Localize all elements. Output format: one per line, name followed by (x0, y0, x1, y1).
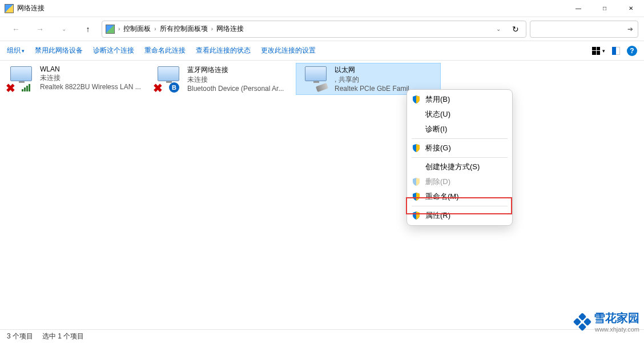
ctx-disable[interactable]: 禁用(B) (407, 92, 512, 107)
separator (412, 206, 508, 206)
snowflake-icon (574, 314, 590, 330)
window-title: 网络连接 (17, 3, 565, 13)
nav-bar: ← → ⌄ ↑ › 控制面板 › 所有控制面板项 › 网络连接 ⌄ ↻ ➔ (0, 17, 644, 41)
watermark-url: www.xhjaty.com (594, 326, 639, 333)
change-settings-button[interactable]: 更改此连接的设置 (261, 46, 316, 55)
ctx-bridge[interactable]: 桥接(G) (407, 141, 512, 155)
rename-button[interactable]: 重命名此连接 (144, 46, 186, 55)
recent-chevron-icon[interactable]: ⌄ (54, 21, 74, 38)
connection-status: , 共享的 (335, 75, 436, 85)
connection-item-bluetooth[interactable]: B ✖ 蓝牙网络连接 未连接 Bluetooth Device (Persona… (148, 63, 293, 95)
ctx-label: 删除(D) (425, 177, 450, 187)
watermark: 雪花家园 www.xhjaty.com (574, 310, 639, 333)
refresh-button[interactable]: ↻ (509, 25, 522, 34)
chevron-right-icon: › (154, 26, 156, 32)
chevron-down-icon: ▾ (602, 48, 605, 54)
ctx-properties[interactable]: 属性(R) (407, 208, 512, 223)
back-button[interactable]: ← (6, 21, 26, 38)
close-button[interactable]: ✕ (618, 0, 644, 17)
forward-button[interactable]: → (30, 21, 50, 38)
connection-status: 未连接 (40, 73, 142, 83)
ctx-label: 诊断(I) (425, 124, 447, 134)
content-area: ✖ WLAN 未连接 Realtek 8822BU Wireless LAN .… (0, 61, 644, 97)
organize-button[interactable]: 组织▾ (7, 46, 25, 55)
chevron-right-icon: › (211, 26, 213, 32)
search-icon: ➔ (627, 25, 633, 33)
breadcrumb-icon (106, 25, 115, 34)
help-button[interactable]: ? (627, 46, 637, 56)
window-controls: — □ ✕ (565, 0, 644, 17)
preview-pane-button[interactable] (612, 47, 620, 55)
separator (412, 138, 508, 139)
x-mark-icon: ✖ (5, 82, 16, 94)
ethernet-adapter-icon (300, 65, 330, 93)
view-status-button[interactable]: 查看此连接的状态 (196, 46, 251, 55)
connection-status: 未连接 (187, 75, 289, 85)
chevron-right-icon: › (118, 26, 120, 32)
chevron-down-icon[interactable]: ⌄ (494, 26, 503, 32)
breadcrumb-item-0[interactable]: 控制面板 (123, 24, 151, 34)
breadcrumb-item-2[interactable]: 网络连接 (216, 24, 244, 34)
breadcrumb-item-1[interactable]: 所有控制面板项 (160, 24, 208, 34)
up-button[interactable]: ↑ (78, 21, 98, 38)
ctx-delete: 删除(D) (407, 174, 512, 189)
search-input[interactable]: ➔ (530, 21, 638, 38)
titlebar: 网络连接 — □ ✕ (0, 0, 644, 17)
toolbar: 组织▾ 禁用此网络设备 诊断这个连接 重命名此连接 查看此连接的状态 更改此连接… (0, 41, 644, 61)
ctx-rename[interactable]: 重命名(M) (407, 189, 512, 204)
maximize-button[interactable]: □ (591, 0, 618, 17)
ctx-diagnose[interactable]: 诊断(I) (407, 122, 512, 137)
ctx-label: 属性(R) (425, 210, 450, 221)
status-count: 3 个项目 (7, 332, 33, 341)
separator (412, 157, 508, 158)
connection-device: Bluetooth Device (Personal Ar... (187, 85, 289, 93)
wifi-adapter-icon: ✖ (6, 65, 35, 93)
ctx-label: 创建快捷方式(S) (425, 162, 480, 172)
ctx-label: 状态(U) (425, 109, 450, 119)
connection-item-wlan[interactable]: ✖ WLAN 未连接 Realtek 8822BU Wireless LAN .… (1, 63, 146, 95)
minimize-button[interactable]: — (565, 0, 591, 17)
connection-name: 以太网 (335, 65, 436, 75)
connection-device: Realtek 8822BU Wireless LAN ... (40, 83, 142, 91)
disable-device-button[interactable]: 禁用此网络设备 (35, 46, 83, 55)
status-bar: 3 个项目 选中 1 个项目 (0, 329, 644, 343)
ctx-label: 桥接(G) (425, 143, 451, 153)
ctx-label: 重命名(M) (425, 192, 459, 202)
x-mark-icon: ✖ (152, 82, 163, 94)
bluetooth-adapter-icon: B ✖ (153, 65, 183, 93)
breadcrumb[interactable]: › 控制面板 › 所有控制面板项 › 网络连接 ⌄ ↻ (102, 21, 526, 38)
ctx-shortcut[interactable]: 创建快捷方式(S) (407, 159, 512, 174)
connection-name: 蓝牙网络连接 (187, 65, 289, 75)
bluetooth-icon: B (169, 82, 179, 93)
diagnose-button[interactable]: 诊断这个连接 (93, 46, 134, 55)
status-selected: 选中 1 个项目 (42, 332, 84, 341)
view-mode-button[interactable]: ▾ (592, 47, 605, 55)
context-menu: 禁用(B) 状态(U) 诊断(I) 桥接(G) 创建快捷方式(S) 删除(D) … (406, 89, 513, 226)
ctx-label: 禁用(B) (425, 94, 450, 105)
connection-name: WLAN (40, 65, 142, 73)
ctx-status[interactable]: 状态(U) (407, 107, 512, 122)
chevron-down-icon: ▾ (22, 48, 25, 54)
app-icon (5, 4, 14, 13)
watermark-brand: 雪花家园 (594, 312, 639, 324)
